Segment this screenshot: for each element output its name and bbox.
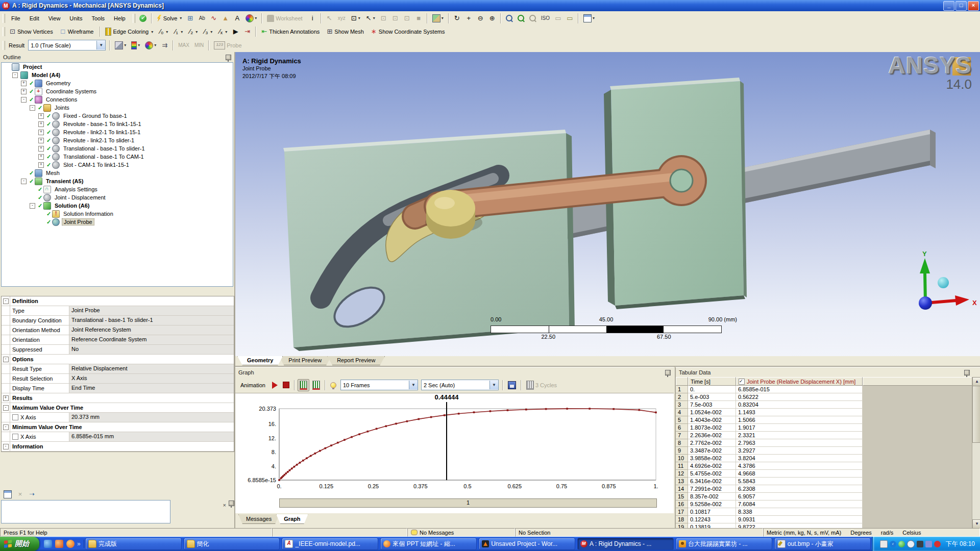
edge-style-0-button[interactable]: ∕₀▾ xyxy=(156,26,170,38)
taskbar-task[interactable]: 簡化 xyxy=(184,538,280,550)
pan-button[interactable]: + xyxy=(463,12,474,24)
tree-expander-icon[interactable]: + xyxy=(38,130,44,135)
menu-units[interactable]: Units xyxy=(65,14,86,22)
status-units[interactable]: Metric (mm, kg, N, s, mV, mA) Degrees ra… xyxy=(763,528,980,537)
edge-style-1-button[interactable]: ∕₁▾ xyxy=(171,26,185,38)
tabular-row[interactable]: 136.3416e-0025.5843 xyxy=(676,478,972,485)
outline-tree-item[interactable]: +✓Slot - CAM-1 To link1-15-1 xyxy=(2,161,233,169)
color-sphere-button[interactable]: ▾ xyxy=(243,12,259,24)
edge-style-x-button[interactable]: ∕ₓ▾ xyxy=(215,26,229,38)
time-cell[interactable]: 7.5e-003 xyxy=(688,401,736,409)
outline-tree-item[interactable]: Project xyxy=(2,63,233,71)
time-cell[interactable]: 2.7762e-002 xyxy=(688,439,736,447)
tabular-row[interactable]: 169.5258e-0027.6084 xyxy=(676,500,972,508)
tree-expander-icon[interactable]: + xyxy=(38,154,44,160)
taskbar-task[interactable]: 台大批踢踢實業坊 - ... xyxy=(676,538,772,550)
outline-tree-item[interactable]: +✓Geometry xyxy=(2,79,233,87)
menu-help[interactable]: Help xyxy=(110,14,130,22)
details-value[interactable]: 6.8585e-015 mm xyxy=(69,432,234,441)
thicken-annotations-button[interactable]: ⇤Thicken Annotations xyxy=(259,26,323,38)
tabular-row[interactable]: 37.5e-0030.83204 xyxy=(676,401,972,409)
stop-button[interactable] xyxy=(281,379,291,391)
new-chart-button[interactable]: ⊞ xyxy=(185,12,195,24)
time-cell[interactable]: 0.12243 xyxy=(688,516,736,523)
hide-icons-chevron[interactable]: ‹ xyxy=(890,541,896,547)
tabular-row[interactable]: 25.e-0030.56222 xyxy=(676,393,972,401)
menu-file[interactable]: File xyxy=(7,14,24,22)
edge-coloring-button[interactable]: Edge Coloring▾ xyxy=(103,26,155,38)
taskbar-task[interactable]: A : Rigid Dynamics - ... xyxy=(577,538,674,550)
ie-icon[interactable] xyxy=(44,540,52,548)
time-cell[interactable]: 3.3487e-002 xyxy=(688,447,736,455)
value-cell[interactable]: 1.9017 xyxy=(736,424,863,432)
tree-expander-icon[interactable]: - xyxy=(21,179,27,184)
value-cell[interactable]: 6.8585e-015 xyxy=(736,386,863,393)
time-cell[interactable]: 9.5258e-002 xyxy=(688,500,736,508)
value-cell[interactable]: 1.5066 xyxy=(736,416,863,424)
details-gutter[interactable]: - xyxy=(2,422,10,432)
app-tray-icon[interactable] xyxy=(925,541,932,547)
plot-area[interactable] xyxy=(279,409,656,480)
new-section-plane-button[interactable] xyxy=(2,488,14,500)
scroll-up-icon[interactable]: ▲ xyxy=(972,377,980,386)
probe-tool-button[interactable]: ▲ xyxy=(220,12,231,24)
tabular-row[interactable]: 125.4755e-0024.9668 xyxy=(676,470,972,478)
outline-tree-item[interactable]: +✓Translational - base-1 To CAM-1 xyxy=(2,153,233,161)
apply-check-button[interactable] xyxy=(137,12,149,24)
app-tray-icon[interactable] xyxy=(917,541,923,547)
show-vertices-button[interactable]: ⊡Show Vertices xyxy=(7,26,57,38)
time-cell[interactable]: 8.357e-002 xyxy=(688,493,736,500)
info-cursor-button[interactable]: i xyxy=(307,12,318,24)
tab-graph[interactable]: Graph xyxy=(276,514,308,524)
pin-icon[interactable] xyxy=(964,370,970,375)
tree-expander-icon[interactable]: + xyxy=(38,113,44,119)
result-display-button[interactable]: ▾ xyxy=(113,39,128,52)
result-set-chart-button[interactable] xyxy=(298,379,309,391)
time-cell[interactable]: 6.3416e-002 xyxy=(688,478,736,485)
details-value[interactable]: Translational - base-1 To slider-1 xyxy=(69,316,234,325)
taskbar-task[interactable]: Unsaved Project - Wor... xyxy=(479,538,575,550)
details-gutter[interactable]: + xyxy=(2,393,10,403)
section-planes-list[interactable] xyxy=(1,500,170,523)
tabular-row[interactable]: 41.0524e-0021.1493 xyxy=(676,409,972,416)
outline-tree-item[interactable]: +✓Revolute - base-1 To link1-15-1 xyxy=(2,120,233,128)
details-gutter[interactable]: - xyxy=(2,442,10,451)
tabular-row[interactable]: 82.7762e-0022.7963 xyxy=(676,439,972,447)
tabular-row[interactable]: 147.2991e-0026.2308 xyxy=(676,485,972,493)
value-cell[interactable]: 4.3786 xyxy=(736,462,863,470)
outline-tree-item[interactable]: +✓Coordinate Systems xyxy=(2,87,233,95)
menu-edit[interactable]: Edit xyxy=(26,14,43,22)
quick-launch-more-icon[interactable]: » xyxy=(77,540,81,547)
value-cell[interactable]: 0.83204 xyxy=(736,401,863,409)
start-button[interactable]: 開始 xyxy=(0,537,39,551)
new-chart-curve-button[interactable]: ∿ xyxy=(208,12,219,24)
show-coordinate-systems-button[interactable]: ∗Show Coordinate Systems xyxy=(369,26,449,38)
outline-tree-item[interactable]: +✓Translational - base-1 To slider-1 xyxy=(2,144,233,153)
joint-probe-chart[interactable]: 20.37316.12.8.4.6.8585e-150.0.1250.250.3… xyxy=(235,393,674,498)
time-cell[interactable]: 0. xyxy=(688,386,736,393)
tree-expander-icon[interactable]: + xyxy=(38,146,44,152)
tabular-time-header[interactable]: Time [s] xyxy=(688,377,736,386)
antivirus-icon[interactable] xyxy=(934,541,941,547)
details-value[interactable]: X Axis xyxy=(69,374,234,383)
outline-tree-item[interactable]: +✓Fixed - Ground To base-1 xyxy=(2,112,233,120)
search-icon[interactable] xyxy=(907,540,915,548)
outline-tree-item[interactable]: -✓Joints xyxy=(2,104,233,112)
update-bulb-button[interactable] xyxy=(328,379,338,391)
tabular-row[interactable]: 51.4043e-0021.5066 xyxy=(676,416,972,424)
close-button[interactable]: × xyxy=(968,1,979,11)
result-scale-select[interactable]: 1.0 (True Scale) ▼ xyxy=(28,40,106,51)
time-cell[interactable]: 5.4755e-002 xyxy=(688,470,736,478)
tabular-row[interactable]: 61.8073e-0021.9017 xyxy=(676,424,972,432)
details-value[interactable]: Reference Coordinate System xyxy=(69,335,234,344)
menu-tools[interactable]: Tools xyxy=(87,14,109,22)
outline-tree-item[interactable]: ✓Analysis Settings xyxy=(2,185,233,193)
play-button[interactable] xyxy=(270,379,280,391)
chevron-down-icon[interactable]: ▼ xyxy=(489,381,498,389)
tree-expander-icon[interactable]: + xyxy=(21,89,27,94)
keyboard-icon[interactable] xyxy=(880,540,888,548)
details-value[interactable]: Joint Reference System xyxy=(69,325,234,335)
toolbar-grip[interactable] xyxy=(3,41,5,50)
pin-icon[interactable] xyxy=(226,55,231,60)
expand-edges-button[interactable]: ⇥ xyxy=(242,26,253,38)
